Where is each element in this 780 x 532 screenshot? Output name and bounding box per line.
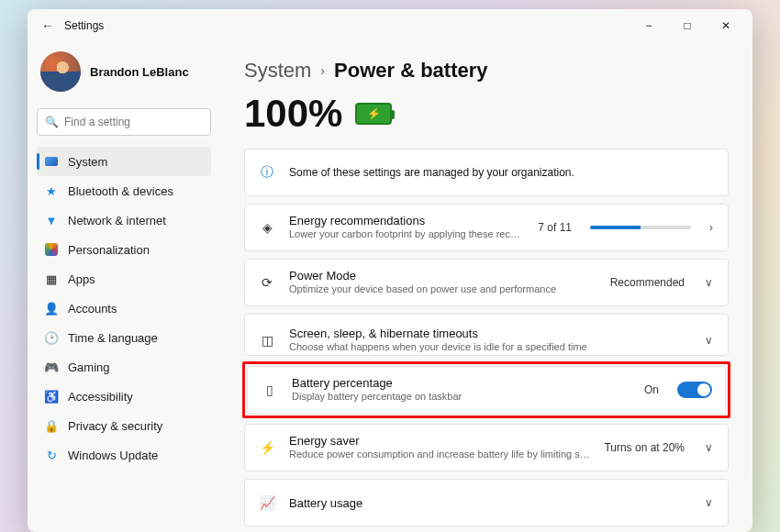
sidebar-item-update[interactable]: ↻Windows Update [37,440,211,470]
sidebar-item-gaming[interactable]: 🎮Gaming [37,352,211,382]
row-desc: Lower your carbon footprint by applying … [289,227,525,240]
accessibility-icon: ♿ [44,389,59,404]
back-button[interactable]: ← [35,18,61,33]
toggle-state: On [644,383,659,396]
chart-icon: 📈 [258,495,276,510]
chevron-down-icon: ∨ [703,441,715,454]
row-desc: Choose what happens when your device is … [289,340,690,353]
avatar [40,51,81,92]
row-meta: 7 of 11 [538,221,572,234]
sidebar-item-system[interactable]: System [37,147,211,176]
bluetooth-icon: ★ [44,183,59,198]
row-meta: Recommended [610,276,685,289]
row-battery-usage[interactable]: 📈 Battery usage ∨ [244,479,729,526]
minimize-button[interactable]: − [630,12,668,39]
sidebar-item-accessibility[interactable]: ♿Accessibility [37,382,211,411]
page-title: Power & battery [334,59,488,83]
sidebar-item-accounts[interactable]: 👤Accounts [37,294,211,323]
profile[interactable]: Brandon LeBlanc [37,48,211,101]
close-button[interactable]: ✕ [707,12,745,39]
row-energy-recommendations[interactable]: ◈ Energy recommendations Lower your carb… [244,204,729,251]
chevron-down-icon: ∨ [703,334,715,347]
sidebar-item-label: System [68,155,107,169]
main-content: System › Power & battery 100% ⚡ ⓘ Some o… [220,42,752,532]
maximize-button[interactable]: □ [668,12,707,39]
system-icon [44,154,59,169]
energy-saver-icon: ⚡ [258,440,276,455]
row-title: Battery usage [289,496,690,510]
sidebar-item-label: Bluetooth & devices [68,184,173,198]
profile-name: Brandon LeBlanc [90,65,189,79]
accounts-icon: 👤 [44,301,59,316]
sidebar-item-label: Windows Update [68,449,158,462]
sidebar-item-apps[interactable]: ▦Apps [37,264,211,294]
battery-percent-icon: ▯ [261,382,279,397]
chevron-down-icon: ∨ [703,496,715,509]
search-box[interactable]: 🔍 [37,108,211,136]
info-icon: ⓘ [258,164,276,181]
apps-icon: ▦ [44,272,59,286]
highlight-box: ▯ Battery percentage Display battery per… [242,361,730,418]
row-title: Screen, sleep, & hibernate timeouts [289,327,690,340]
chevron-down-icon: ∨ [703,276,715,289]
sidebar-item-label: Apps [68,272,95,286]
battery-percent: 100% [244,92,342,136]
breadcrumb-parent[interactable]: System [244,59,311,83]
sidebar-item-label: Personalization [68,243,150,257]
sidebar-item-label: Accessibility [68,390,133,404]
network-icon: ▼ [44,213,59,227]
leaf-icon: ◈ [258,220,276,235]
sidebar-item-label: Time & language [68,331,158,345]
org-notice: ⓘ Some of these settings are managed by … [244,149,729,196]
sidebar-item-personalization[interactable]: Personalization [37,235,211,264]
row-title: Energy saver [289,434,591,448]
settings-window: ← Settings − □ ✕ Brandon LeBlanc 🔍 Syste… [28,9,752,532]
row-meta: Turns on at 20% [604,441,685,454]
sidebar-item-privacy[interactable]: 🔒Privacy & security [37,411,211,440]
row-title: Power Mode [289,269,597,283]
power-icon: ⟳ [258,275,276,290]
sidebar-item-bluetooth[interactable]: ★Bluetooth & devices [37,176,211,205]
nav-list: System ★Bluetooth & devices ▼Network & i… [37,147,211,470]
update-icon: ↻ [44,448,59,462]
personalization-icon [44,242,59,257]
titlebar: ← Settings − □ ✕ [28,9,752,42]
chevron-right-icon: › [708,221,715,234]
sidebar-item-time[interactable]: 🕑Time & language [37,323,211,352]
energy-progress [590,226,691,229]
row-title: Energy recommendations [289,214,525,227]
sidebar-item-label: Gaming [68,360,110,374]
shield-icon: 🔒 [44,418,59,433]
window-controls: − □ ✕ [630,12,745,39]
battery-readout: 100% ⚡ [244,88,729,149]
sidebar: Brandon LeBlanc 🔍 System ★Bluetooth & de… [28,42,220,532]
notice-text: Some of these settings are managed by yo… [289,166,715,179]
row-desc: Reduce power consumption and increase ba… [289,448,591,460]
battery-icon: ⚡ [355,103,392,125]
row-desc: Optimize your device based on power use … [289,283,597,295]
gaming-icon: 🎮 [44,360,59,374]
sidebar-item-label: Privacy & security [68,419,162,433]
breadcrumb: System › Power & battery [244,42,729,88]
row-power-mode[interactable]: ⟳ Power Mode Optimize your device based … [244,259,729,306]
row-screen-sleep[interactable]: ◫ Screen, sleep, & hibernate timeouts Ch… [244,314,729,356]
row-battery-percentage[interactable]: ▯ Battery percentage Display battery per… [247,366,726,414]
battery-percentage-toggle[interactable] [677,382,712,398]
row-energy-saver[interactable]: ⚡ Energy saver Reduce power consumption … [244,424,729,471]
search-icon: 🔍 [45,116,59,128]
sidebar-item-label: Accounts [68,302,117,316]
sidebar-item-label: Network & internet [68,214,166,227]
row-title: Battery percentage [292,376,631,390]
app-title: Settings [64,19,104,32]
sidebar-item-network[interactable]: ▼Network & internet [37,205,211,235]
chevron-right-icon: › [320,63,325,78]
clock-icon: 🕑 [44,330,59,345]
row-desc: Display battery percentage on taskbar [292,390,631,403]
search-input[interactable] [64,116,203,128]
sleep-icon: ◫ [258,333,276,348]
